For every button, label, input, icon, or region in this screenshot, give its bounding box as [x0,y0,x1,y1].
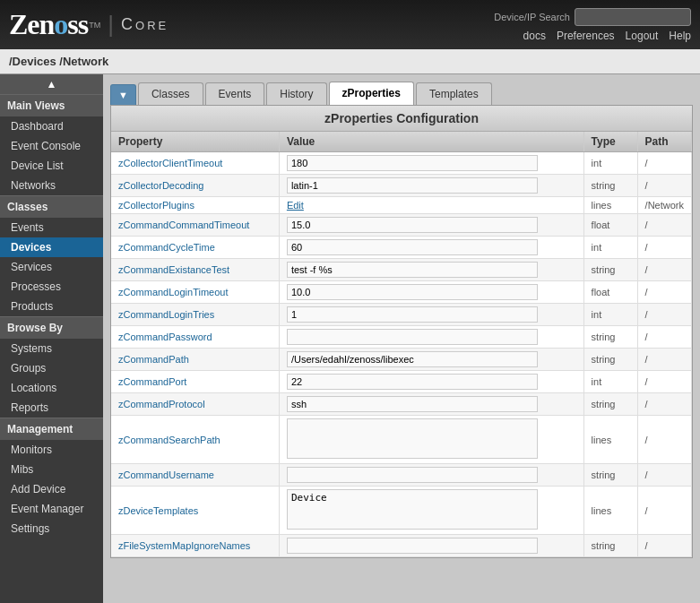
tab-templates[interactable]: Templates [416,82,492,105]
preferences-link[interactable]: Preferences [557,30,615,42]
property-value-cell [279,416,583,464]
sidebar-item-monitors[interactable]: Monitors [0,440,103,460]
property-value-cell [279,487,583,535]
property-value-input[interactable] [287,155,538,171]
property-value-link[interactable]: Edit [287,200,304,211]
table-row: zCommandPortint/ [111,371,692,393]
property-value-input[interactable] [287,177,538,194]
property-value-input[interactable] [287,262,538,278]
table-panel: zProperties Configuration Property Value… [110,105,693,558]
logout-link[interactable]: Logout [626,30,659,42]
property-name-link[interactable]: zCommandCycleTime [118,242,215,253]
property-name-link[interactable]: zCommandCommandTimeout [118,220,249,230]
property-value-cell [279,393,583,416]
nav-links: docs Preferences Logout Help [523,30,691,42]
property-name-cell: zCommandExistanceTest [111,259,279,281]
tab-history[interactable]: History [266,82,326,105]
tab-arrow[interactable]: ▼ [110,84,136,105]
property-value-input[interactable] [287,329,538,345]
property-path-cell: /Network [637,197,691,214]
property-type-cell: lines [583,197,637,214]
sidebar-item-devices[interactable]: Devices [0,237,103,257]
property-value-input[interactable] [287,284,538,300]
sidebar-item-processes[interactable]: Processes [0,277,103,297]
table-row: zCollectorDecodingstring/ [111,175,692,197]
sidebar-item-systems[interactable]: Systems [0,339,103,358]
property-type-cell: float [583,281,637,304]
property-value-input[interactable] [287,306,538,323]
property-name-link[interactable]: zCommandLoginTimeout [118,287,228,297]
property-name-cell: zCollectorDecoding [111,175,279,197]
property-name-link[interactable]: zCommandUsername [118,469,214,480]
property-name-cell: zCommandSearchPath [111,416,279,464]
sidebar-item-networks[interactable]: Networks [0,176,103,195]
property-type-cell: string [583,326,637,349]
sidebar-item-products[interactable]: Products [0,297,103,316]
search-input[interactable] [575,8,691,26]
sidebar-item-reports[interactable]: Reports [0,398,103,418]
breadcrumb: /Devices /Network [0,49,700,74]
sidebar-section-classes: Classes [0,195,103,218]
sidebar-item-locations[interactable]: Locations [0,378,103,398]
property-type-cell: string [583,393,637,416]
sidebar-item-dashboard[interactable]: Dashboard [0,116,103,136]
property-name-link[interactable]: zCollectorPlugins [118,200,194,211]
property-value-input[interactable] [287,396,538,412]
property-name-link[interactable]: zCollectorClientTimeout [118,158,222,168]
table-row: zCommandUsernamestring/ [111,464,692,487]
help-link[interactable]: Help [669,30,691,42]
property-value-input[interactable] [287,239,538,255]
table-row: zCommandProtocolstring/ [111,393,692,416]
property-path-cell: / [637,237,691,259]
logo-tm: TM [89,21,100,30]
tab-zproperties[interactable]: zProperties [329,82,414,105]
sidebar-item-event-manager[interactable]: Event Manager [0,499,103,519]
property-path-cell: / [637,371,691,393]
property-name-link[interactable]: zCommandPassword [118,332,212,342]
sidebar-item-device-list[interactable]: Device List [0,156,103,176]
property-value-input[interactable] [287,351,538,367]
sidebar-item-add-device[interactable]: Add Device [0,479,103,499]
property-name-cell: zCommandProtocol [111,393,279,416]
tab-events[interactable]: Events [205,82,265,105]
property-name-cell: zCommandUsername [111,464,279,487]
property-name-link[interactable]: zCommandProtocol [118,399,205,409]
sidebar-item-groups[interactable]: Groups [0,358,103,378]
sidebar-item-event-console[interactable]: Event Console [0,136,103,156]
property-type-cell: float [583,214,637,237]
property-value-textarea[interactable] [287,489,538,530]
property-value-cell [279,237,583,259]
property-name-link[interactable]: zFileSystemMapIgnoreNames [118,540,250,551]
property-value-input[interactable] [287,467,538,483]
property-name-link[interactable]: zCommandLoginTries [118,309,214,320]
property-path-cell: / [637,304,691,326]
docs-link[interactable]: docs [523,30,546,42]
sidebar-item-settings[interactable]: Settings [0,519,103,538]
logo-area: Zenoss TM | Core [9,8,169,41]
property-value-input[interactable] [287,217,538,233]
sidebar-item-services[interactable]: Services [0,257,103,277]
sidebar-collapse-arrow[interactable]: ▲ [0,74,103,94]
table-row: zCommandSearchPathlines/ [111,416,692,464]
table-row: zCommandExistanceTeststring/ [111,259,692,281]
property-name-link[interactable]: zDeviceTemplates [118,505,198,516]
property-name-link[interactable]: zCommandSearchPath [118,435,220,445]
property-value-input[interactable] [287,374,538,390]
property-name-link[interactable]: zCommandPath [118,354,189,365]
tabs-container: ▼ Classes Events History zProperties Tem… [110,82,693,105]
property-name-cell: zCollectorClientTimeout [111,152,279,175]
property-name-link[interactable]: zCommandPort [118,376,186,387]
property-value-cell [279,326,583,349]
property-name-cell: zCollectorPlugins [111,197,279,214]
sidebar-item-events[interactable]: Events [0,218,103,237]
tab-classes[interactable]: Classes [138,82,203,105]
property-name-cell: zFileSystemMapIgnoreNames [111,535,279,557]
main-layout: ▲ Main Views Dashboard Event Console Dev… [0,74,700,603]
property-value-input[interactable] [287,538,538,554]
table-row: zDeviceTemplateslines/ [111,487,692,535]
table-title: zProperties Configuration [111,106,692,132]
property-name-link[interactable]: zCollectorDecoding [118,180,203,191]
property-value-textarea[interactable] [287,418,538,459]
property-name-link[interactable]: zCommandExistanceTest [118,264,229,275]
sidebar-item-mibs[interactable]: Mibs [0,460,103,479]
